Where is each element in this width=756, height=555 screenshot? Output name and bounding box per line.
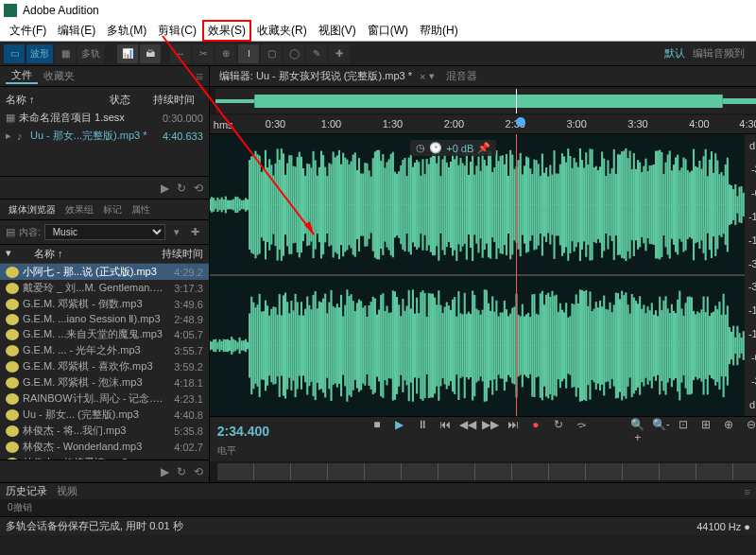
media-row[interactable]: 小阿七 - 那...说 (正式版).mp34:29.2 <box>0 264 209 280</box>
workspace-default[interactable]: 默认 <box>664 46 685 61</box>
go-start-button[interactable]: ⏮ <box>437 418 454 444</box>
loop-button[interactable]: ↻ <box>177 465 186 478</box>
media-row[interactable]: 林俊杰 - 将...我们.mp35:35.8 <box>0 423 209 439</box>
refresh-button[interactable]: ▾ <box>169 226 184 238</box>
play-button[interactable]: ▶ <box>161 465 169 478</box>
stop-button[interactable]: ■ <box>369 418 386 444</box>
waveform-display[interactable]: ◷ 🕑 +0 dB 📌 dB-3-6-12-18-30-30-18-12-6-3… <box>210 134 756 416</box>
rewind-button[interactable]: ◀◀ <box>459 418 476 444</box>
menu-clip[interactable]: 剪辑(C) <box>152 23 202 39</box>
expand-icon[interactable]: ▸ <box>6 130 17 142</box>
files-col-duration[interactable]: 持续时间 <box>147 93 195 107</box>
multitrack-label[interactable]: 多轨 <box>77 44 104 63</box>
menu-window[interactable]: 窗口(W) <box>362 23 414 39</box>
media-row[interactable]: G.E.M. ...来自天堂的魔鬼.mp34:05.7 <box>0 326 209 342</box>
content-select[interactable]: Music <box>44 224 165 240</box>
menu-favorites[interactable]: 收藏夹(R) <box>251 23 313 39</box>
media-row[interactable]: Uu - 那女... (完整版).mp34:40.8 <box>0 407 209 423</box>
hud-knob-icon[interactable]: ◷ <box>416 142 425 154</box>
tab-media-browser[interactable]: 媒体浏览器 <box>4 203 60 217</box>
tool-lasso[interactable]: ◯ <box>284 44 304 63</box>
close-icon[interactable]: × <box>420 71 425 82</box>
menu-file[interactable]: 文件(F) <box>4 23 52 39</box>
media-row[interactable]: G.E.M. 邓紫棋 - 泡沫.mp34:18.1 <box>0 374 209 390</box>
file-row[interactable]: ▦ 未命名混音项目 1.sesx 0:30.000 <box>6 109 203 127</box>
app-title: Adobe Audition <box>23 4 99 17</box>
menu-view[interactable]: 视图(V) <box>313 23 362 39</box>
audio-file-icon <box>6 267 19 278</box>
menu-help[interactable]: 帮助(H) <box>414 23 464 39</box>
editor-tab[interactable]: 编辑器: Uu - 那女孩对我说 (完整版).mp3 * <box>215 69 416 83</box>
tool-brush[interactable]: ✎ <box>306 44 327 63</box>
pause-button[interactable]: ⏸ <box>414 418 431 444</box>
tab-history[interactable]: 历史记录 <box>6 484 47 498</box>
workspace-edit-audio[interactable]: 编辑音频到 <box>693 46 745 61</box>
files-col-name[interactable]: 名称 ↑ <box>6 93 110 107</box>
go-end-button[interactable]: ⏭ <box>505 418 522 444</box>
mixer-tab[interactable]: 混音器 <box>446 69 477 83</box>
hud[interactable]: ◷ 🕑 +0 dB 📌 <box>410 140 496 156</box>
media-col-duration[interactable]: 持续时间 <box>162 247 203 261</box>
svg-rect-2 <box>723 98 756 104</box>
tool-heal[interactable]: ✚ <box>329 44 350 63</box>
skip-button[interactable]: ⤼ <box>573 418 590 444</box>
zoom-out-v-button[interactable]: ⊖ <box>743 418 756 444</box>
time-ruler[interactable]: hms 0:30 1:00 1:30 2:00 2:30 3:00 3:30 4… <box>210 115 756 134</box>
overview-playhead[interactable] <box>516 89 517 113</box>
tool-marquee[interactable]: ▢ <box>261 44 282 63</box>
panel-menu-icon[interactable]: ≡ <box>745 486 750 497</box>
menu-edit[interactable]: 编辑(E) <box>52 23 101 39</box>
tab-markers[interactable]: 标记 <box>98 203 127 217</box>
zoom-out-button[interactable]: 🔍- <box>652 418 669 444</box>
waveform-view-button[interactable]: ▭ <box>4 44 25 63</box>
tool-slip[interactable]: ⊕ <box>215 44 236 63</box>
hud-time-icon[interactable]: 🕑 <box>429 142 442 154</box>
expand-all[interactable]: ▾ <box>6 247 19 261</box>
media-row[interactable]: RAINBOW计划..周心 - 记念.mp34:23.1 <box>0 390 209 407</box>
zoom-full-button[interactable]: ⊡ <box>675 418 692 444</box>
media-col-name[interactable]: 名称 ↑ <box>19 247 151 261</box>
tool-razor[interactable]: ✂ <box>193 44 214 63</box>
zoom-in-v-button[interactable]: ⊕ <box>720 418 737 444</box>
hud-pin-icon[interactable]: 📌 <box>477 142 490 154</box>
tab-effects-rack[interactable]: 效果组 <box>60 203 98 217</box>
zoom-sel-button[interactable]: ⊞ <box>697 418 714 444</box>
zoom-in-button[interactable]: 🔍+ <box>629 418 646 444</box>
tool-move[interactable]: ↔ <box>170 44 191 63</box>
menu-multitrack[interactable]: 多轨(M) <box>101 23 152 39</box>
tab-properties[interactable]: 属性 <box>127 203 155 217</box>
file-row[interactable]: ▸ ♪ Uu - 那女...完整版).mp3 * 4:40.633 <box>6 127 203 145</box>
filter-toggle[interactable]: ▤ <box>6 226 15 238</box>
tool-spectral[interactable]: 📊 <box>117 44 138 63</box>
loop-button[interactable]: ↻ <box>177 182 186 195</box>
menu-effects[interactable]: 效果(S) <box>202 20 251 42</box>
media-row[interactable]: G.E.M. ... - 光年之外.mp33:55.7 <box>0 342 209 358</box>
media-row[interactable]: G.E.M. 邓紫棋 - 喜欢你.mp33:59.2 <box>0 358 209 374</box>
media-row[interactable]: G.E.M. ...iano Session Ⅱ).mp32:48.9 <box>0 312 209 326</box>
media-row[interactable]: 林俊杰 - Wonderland.mp34:02.7 <box>0 439 209 455</box>
files-col-status[interactable]: 状态 <box>110 93 147 107</box>
panel-menu-icon[interactable]: ≡ <box>196 69 203 84</box>
tool-pitch[interactable]: 🏔 <box>140 44 161 63</box>
media-row[interactable]: 戴爱玲 _ 刘...M. Gentleman.flac3:17.3 <box>0 280 209 296</box>
autoplay-button[interactable]: ⟲ <box>194 465 203 478</box>
play-button[interactable]: ▶ <box>391 418 408 444</box>
record-button[interactable]: ● <box>527 418 544 444</box>
history-row[interactable]: 0撤销 <box>0 499 756 516</box>
tool-time-select[interactable]: Ⅰ <box>238 44 259 63</box>
tab-video[interactable]: 视频 <box>57 484 77 498</box>
hud-gain[interactable]: +0 dB <box>446 143 473 154</box>
waveform-label[interactable]: 波形 <box>26 44 53 63</box>
add-button[interactable]: ✚ <box>188 226 203 238</box>
multitrack-view-button[interactable]: ▦ <box>55 44 76 63</box>
tab-files[interactable]: 文件 <box>6 68 38 84</box>
timecode[interactable]: 2:34.400 <box>217 424 312 439</box>
overview[interactable] <box>210 87 756 115</box>
play-button[interactable]: ▶ <box>161 182 169 195</box>
tab-favorites[interactable]: 收藏夹 <box>38 69 80 83</box>
media-row[interactable]: G.E.M. 邓紫棋 - 倒数.mp33:49.6 <box>0 296 209 312</box>
autoplay-button[interactable]: ⟲ <box>194 182 203 195</box>
forward-button[interactable]: ▶▶ <box>482 418 499 444</box>
dropdown-icon[interactable]: ▾ <box>429 70 435 82</box>
loop-button[interactable]: ↻ <box>550 418 567 444</box>
